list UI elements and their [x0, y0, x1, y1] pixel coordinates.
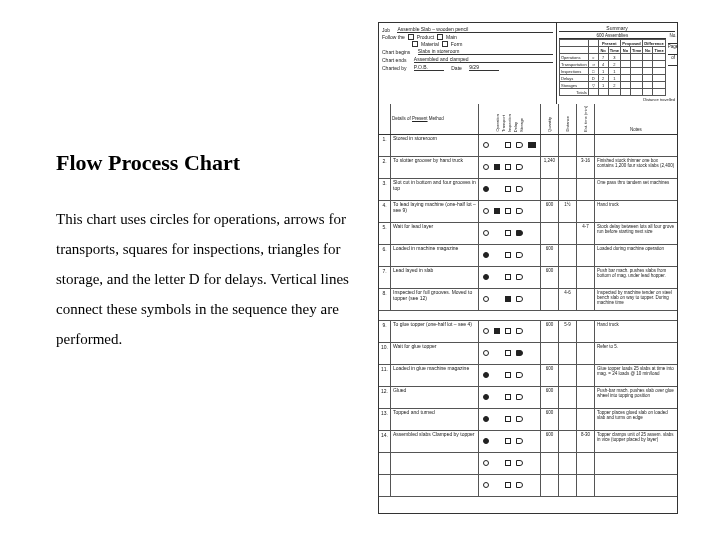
step-dist: 5-9: [559, 321, 577, 342]
step-dist: [559, 157, 577, 178]
transport-icon: [494, 230, 500, 236]
operation-icon: [483, 296, 489, 302]
charted-by-label: Charted by: [382, 65, 406, 71]
storage-icon: [528, 416, 536, 422]
step-symbols: [479, 179, 541, 200]
storage-icon: [528, 460, 536, 466]
step-row: 3.Slot cut in bottom and four grooves in…: [379, 179, 677, 201]
delay-icon: [516, 328, 523, 334]
transport-icon: [494, 208, 500, 214]
step-note: Glue topper loads 25 slabs at time into …: [595, 365, 677, 386]
step-note: Push bar mach. pushes slabs from bottom …: [595, 267, 677, 288]
step-row: 5.Wait for lead layer4-7Stock delay betw…: [379, 223, 677, 245]
storage-icon: [528, 164, 536, 170]
step-desc: To lead laying machine (one-half lot – s…: [391, 201, 479, 222]
operation-icon: [483, 372, 489, 378]
step-symbols: [479, 157, 541, 178]
step-symbols: [479, 135, 541, 156]
transport-icon: [494, 142, 500, 148]
step-symbols: [479, 223, 541, 244]
storage-icon: [528, 482, 536, 488]
step-qty: [541, 343, 559, 364]
inspection-icon: [505, 296, 511, 302]
inspection-icon: [505, 164, 511, 170]
step-number: 2.: [379, 157, 391, 178]
step-dist: 1½: [559, 201, 577, 222]
step-note: Hand truck: [595, 321, 677, 342]
inspection-icon: [505, 394, 511, 400]
step-dist: 4-6: [559, 289, 577, 310]
step-row: 9.To glue topper (one-half lot – see 4)6…: [379, 321, 677, 343]
step-row: 12.Glued600Push-bar mach. pushes slab ov…: [379, 387, 677, 409]
storage-icon: [528, 230, 536, 236]
step-dist: [559, 343, 577, 364]
blank-row: [379, 475, 677, 497]
step-desc: Topped and turned: [391, 409, 479, 430]
inspection-icon: [505, 372, 511, 378]
step-symbols: [479, 431, 541, 452]
step-row: 13.Topped and turned600Topper places glu…: [379, 409, 677, 431]
step-time: [577, 365, 595, 386]
operation-icon: [483, 328, 489, 334]
step-qty: [541, 223, 559, 244]
step-number: 14.: [379, 431, 391, 452]
delay-icon: [516, 350, 523, 356]
transport-icon: [494, 372, 500, 378]
steps-group-2: 9.To glue topper (one-half lot – see 4)6…: [379, 321, 677, 453]
inspection-icon: [505, 328, 511, 334]
step-symbols: [479, 365, 541, 386]
step-time: 4-7: [577, 223, 595, 244]
step-number: 11.: [379, 365, 391, 386]
step-dist: [559, 387, 577, 408]
step-time: [577, 409, 595, 430]
delay-icon: [516, 482, 523, 488]
transport-icon: [494, 328, 500, 334]
step-row: 2.To slotter groover by hand truck1,2403…: [379, 157, 677, 179]
step-note: [595, 135, 677, 156]
form-checkbox[interactable]: [442, 41, 448, 47]
operation-icon: [483, 142, 489, 148]
delay-icon: [516, 142, 523, 148]
step-note: Finished stock thinner one box contains …: [595, 157, 677, 178]
step-desc: To slotter groover by hand truck: [391, 157, 479, 178]
step-symbols: [479, 409, 541, 430]
step-note: Refer to 5.: [595, 343, 677, 364]
step-desc: Loaded in glue machine magazine: [391, 365, 479, 386]
step-qty: [541, 135, 559, 156]
step-time: [577, 387, 595, 408]
steps-group-1: 1.Stored in storeroom2.To slotter groove…: [379, 135, 677, 311]
step-note: Inspected by machine tender on steel ben…: [595, 289, 677, 310]
step-time: [577, 245, 595, 266]
step-number: 3.: [379, 179, 391, 200]
chart-ends-value: Assembled and clamped: [414, 56, 553, 63]
chart-begins-value: Slabs in storeroom: [418, 48, 553, 55]
inspection-icon: [505, 438, 511, 444]
material-checkbox[interactable]: [412, 41, 418, 47]
step-number: 1.: [379, 135, 391, 156]
storage-icon: [528, 296, 536, 302]
operation-icon: [483, 274, 489, 280]
step-time: [577, 267, 595, 288]
date-label: Date: [451, 65, 462, 71]
step-row: 11.Loaded in glue machine magazine600Glu…: [379, 365, 677, 387]
step-dist: [559, 365, 577, 386]
step-number: 8.: [379, 289, 391, 310]
step-qty: [541, 289, 559, 310]
body-text: This chart uses circles for operations, …: [56, 204, 366, 354]
delay-icon: [516, 274, 523, 280]
step-dist: [559, 223, 577, 244]
storage-icon: [528, 328, 536, 334]
product-checkbox[interactable]: [408, 34, 414, 40]
date-value: 9/29: [469, 64, 499, 71]
transport-icon: [494, 438, 500, 444]
transport-icon: [494, 274, 500, 280]
operation-icon: [483, 482, 489, 488]
main-checkbox[interactable]: [437, 34, 443, 40]
operation-icon: [483, 394, 489, 400]
product-label: Product: [417, 34, 434, 40]
step-symbols: [479, 321, 541, 342]
flow-process-chart-form: Job Assemble Slab – wooden pencil Follow…: [378, 22, 678, 514]
storage-icon: [528, 252, 536, 258]
inspection-icon: [505, 142, 511, 148]
step-qty: 600: [541, 431, 559, 452]
